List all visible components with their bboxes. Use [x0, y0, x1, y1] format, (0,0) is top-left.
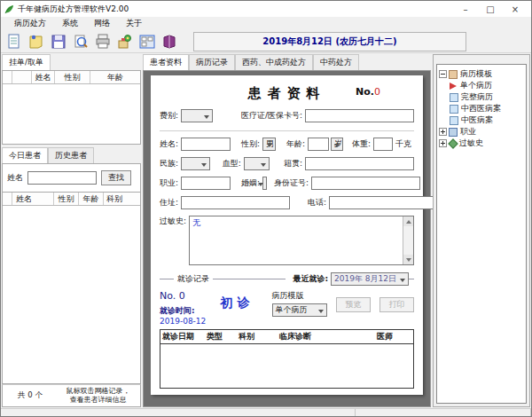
- title-bar: 千年健病历处方管理软件V2.00 – □ ×: [1, 1, 531, 17]
- marriage-select[interactable]: [262, 177, 267, 190]
- menu-system[interactable]: 系统: [54, 17, 86, 30]
- tree-item-tcm-western-record[interactable]: 中西医病案: [439, 103, 524, 114]
- tab-history-patients[interactable]: 历史患者: [48, 147, 94, 163]
- folder-icon: [449, 70, 458, 79]
- print-button[interactable]: 打印: [379, 297, 414, 312]
- gender-select[interactable]: 男: [262, 138, 276, 151]
- name-input[interactable]: [181, 138, 231, 151]
- visit-table-header: 就诊日期 类型 科别 临床诊断 医师: [160, 330, 413, 344]
- blood-type-select[interactable]: [244, 157, 270, 170]
- allergy-icon: [448, 138, 458, 148]
- tab-today-patients[interactable]: 今日患者: [2, 147, 48, 163]
- collapse-icon[interactable]: [439, 70, 447, 78]
- chevron-down-icon: [267, 144, 272, 147]
- grid-hint: 鼠标双击网格记录， 查看患者详细信息: [58, 387, 140, 404]
- center-panel: 患者资料 病历记录 西药、中成药处方 中药处方 患者资料 No.0 费别: 医疗…: [143, 54, 431, 407]
- search-name-input[interactable]: [27, 171, 97, 185]
- tab-medical-records[interactable]: 病历记录: [189, 54, 235, 70]
- phone-input[interactable]: [329, 196, 438, 209]
- tree-item-full-record[interactable]: 完整病历: [439, 91, 524, 103]
- menu-bar: 病历处方 系统 网络 关于: [1, 17, 531, 30]
- template-select[interactable]: 单个病历: [272, 303, 327, 317]
- template-block: 病历模版 单个病历: [272, 290, 327, 317]
- col-visit-date: 就诊日期: [160, 330, 205, 343]
- save-icon[interactable]: [48, 31, 69, 51]
- col-diagnosis: 临床诊断: [278, 330, 375, 343]
- tab-pending-orders[interactable]: 挂单/取单: [2, 54, 51, 70]
- minimize-button[interactable]: –: [453, 1, 478, 17]
- find-button[interactable]: 查找: [101, 170, 131, 185]
- gender-label: 性别:: [241, 138, 260, 150]
- allergy-scrollbar[interactable]: [403, 216, 413, 264]
- insurance-card-input[interactable]: [305, 109, 414, 122]
- age-label: 年龄:: [286, 138, 305, 150]
- col-name: 姓名: [32, 71, 55, 83]
- tab-chinese-prescription[interactable]: 中药处方: [313, 54, 359, 70]
- page-title: 患者资料: [248, 85, 326, 101]
- document-icon: [450, 93, 458, 102]
- current-item-arrow-icon: [450, 83, 457, 90]
- document-icon: [450, 105, 458, 114]
- left-panel: 挂单/取单 姓名 性别 年龄 今日患者 历史患者 姓名: [2, 54, 141, 407]
- maximize-button[interactable]: □: [478, 1, 503, 17]
- status-cell-left: [1, 409, 356, 416]
- origin-label: 籍贯:: [284, 158, 302, 169]
- tree-item-allergy-history[interactable]: 过敏史: [439, 138, 524, 149]
- occupation-input[interactable]: [181, 177, 231, 190]
- id-number-label: 身份证号:: [274, 177, 309, 189]
- pending-grid-body[interactable]: [3, 84, 140, 144]
- patients-grid-header: 姓名 性别 年龄 科别: [3, 193, 140, 206]
- book-icon[interactable]: [159, 31, 180, 51]
- menu-network[interactable]: 网络: [86, 17, 118, 30]
- visit-number: No. 0: [160, 290, 220, 302]
- occupation-label: 职业:: [160, 177, 178, 189]
- layout-icon[interactable]: [137, 31, 158, 51]
- tree-item-templates[interactable]: 病历模板: [439, 68, 524, 80]
- right-panel: 病历模板 单个病历 完整病历 中西医病案: [433, 54, 530, 407]
- patient-count: 共 0 个: [3, 390, 58, 401]
- fee-type-select[interactable]: [181, 109, 213, 122]
- preview-button[interactable]: 预览: [336, 297, 371, 312]
- window-title: 千年健病历处方管理软件V2.00: [18, 4, 453, 15]
- ethnicity-select[interactable]: [181, 157, 210, 170]
- age-unit-select[interactable]: 岁: [331, 138, 343, 151]
- recent-visit-select[interactable]: 2019年 8月12日: [331, 272, 409, 286]
- ethnicity-label: 民族:: [160, 158, 178, 169]
- col-selector: [3, 71, 12, 83]
- tools-icon[interactable]: [114, 31, 136, 51]
- search-name-label: 姓名: [7, 172, 23, 184]
- chevron-down-icon: [318, 310, 324, 313]
- blood-type-label: 血型:: [223, 158, 241, 169]
- col-dept: 科别: [237, 330, 278, 343]
- menu-about[interactable]: 关于: [118, 17, 150, 30]
- close-button[interactable]: ×: [503, 1, 528, 17]
- tree-item-occupation[interactable]: 职业: [439, 126, 524, 138]
- menu-records[interactable]: 病历处方: [6, 17, 54, 30]
- visit-number-block: No. 0 就诊时间: 2019-08-12: [160, 290, 220, 326]
- patients-grid-body[interactable]: [3, 206, 140, 383]
- tab-patient-info[interactable]: 患者资料: [143, 54, 189, 70]
- weight-input[interactable]: [373, 138, 393, 151]
- id-number-input[interactable]: [311, 177, 420, 190]
- print-icon[interactable]: [92, 31, 113, 51]
- origin-input[interactable]: [305, 157, 414, 170]
- address-input[interactable]: [181, 196, 290, 209]
- chevron-down-icon: [258, 183, 263, 186]
- chevron-down-icon: [204, 115, 209, 119]
- tab-western-prescription[interactable]: 西药、中成药处方: [235, 54, 313, 70]
- pending-grid-header: 姓名 性别 年龄: [3, 71, 140, 84]
- col-type: 类型: [205, 330, 237, 343]
- tree-item-single-record[interactable]: 单个病历: [439, 80, 524, 91]
- visit-table-body[interactable]: [160, 344, 413, 388]
- expand-icon[interactable]: [439, 139, 447, 147]
- note-icon[interactable]: [26, 31, 47, 51]
- new-record-icon[interactable]: [4, 31, 25, 51]
- fee-type-label: 费别:: [160, 110, 178, 122]
- age-input[interactable]: [308, 138, 329, 151]
- tree-item-tcm-record[interactable]: 中医病案: [439, 114, 524, 126]
- scroll-up-icon[interactable]: [403, 216, 413, 226]
- expand-icon[interactable]: [439, 128, 447, 136]
- scroll-down-icon[interactable]: [403, 255, 413, 264]
- allergy-textarea[interactable]: 无: [189, 216, 414, 265]
- preview-icon[interactable]: [70, 31, 91, 51]
